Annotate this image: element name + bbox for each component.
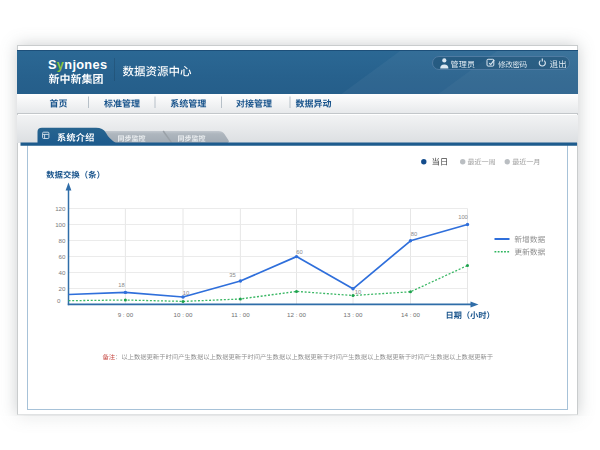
- svg-text:14 : 00: 14 : 00: [401, 311, 420, 318]
- svg-text:13 : 00: 13 : 00: [344, 311, 363, 318]
- svg-text:9 : 00: 9 : 00: [118, 311, 134, 318]
- svg-text:10 : 00: 10 : 00: [174, 311, 193, 318]
- svg-text:100: 100: [55, 221, 66, 228]
- svg-text:40: 40: [59, 269, 66, 276]
- svg-text:60: 60: [59, 253, 66, 260]
- svg-text:12 : 00: 12 : 00: [287, 311, 306, 318]
- svg-text:10: 10: [355, 289, 361, 295]
- svg-text:35: 35: [229, 272, 235, 278]
- svg-text:20: 20: [59, 285, 66, 292]
- svg-text:80: 80: [411, 231, 417, 237]
- svg-text:80: 80: [59, 237, 66, 244]
- svg-text:0: 0: [57, 297, 61, 304]
- svg-text:18: 18: [118, 282, 124, 288]
- svg-text:100: 100: [458, 214, 468, 220]
- svg-text:10: 10: [183, 290, 189, 296]
- svg-text:60: 60: [296, 249, 302, 255]
- svg-text:120: 120: [55, 205, 66, 212]
- svg-text:11 : 00: 11 : 00: [231, 311, 250, 318]
